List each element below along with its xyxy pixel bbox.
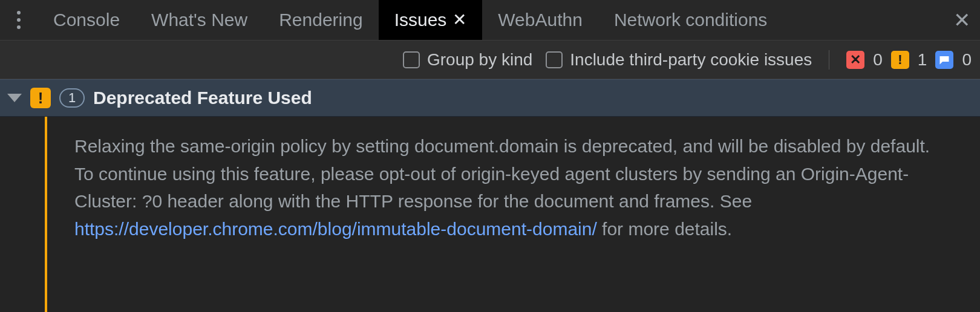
more-tabs-menu[interactable] xyxy=(0,0,38,40)
error-badge-icon[interactable]: ✕ xyxy=(846,51,864,69)
issue-text-part: for more details. xyxy=(597,219,732,239)
tab-label: Console xyxy=(53,10,120,30)
tab-rendering[interactable]: Rendering xyxy=(263,0,378,40)
tab-issues[interactable]: Issues ✕ xyxy=(379,0,483,40)
close-drawer-button[interactable]: ✕ xyxy=(944,0,980,40)
tab-webauthn[interactable]: WebAuthn xyxy=(482,0,598,40)
close-icon: ✕ xyxy=(953,8,970,32)
error-count: 0 xyxy=(873,50,883,70)
checkbox-label: Group by kind xyxy=(427,50,532,70)
info-badge-icon[interactable] xyxy=(935,51,953,69)
issue-text-part: Relaxing the same-origin policy by setti… xyxy=(74,136,930,211)
issue-description: Relaxing the same-origin policy by setti… xyxy=(48,117,980,312)
issue-gutter xyxy=(0,117,48,312)
severity-indicator xyxy=(45,117,47,312)
group-by-kind-checkbox[interactable]: Group by kind xyxy=(403,50,532,70)
drawer-tab-bar: Console What's New Rendering Issues ✕ We… xyxy=(0,0,980,41)
chat-icon xyxy=(939,55,950,65)
tab-label: What's New xyxy=(151,10,247,30)
issue-counts: ✕ 0 ! 1 0 xyxy=(846,50,972,70)
close-icon[interactable]: ✕ xyxy=(452,11,466,28)
checkbox-icon xyxy=(403,51,420,68)
warning-badge-icon[interactable]: ! xyxy=(891,51,909,69)
tab-label: Issues xyxy=(394,10,447,30)
issue-body: Relaxing the same-origin policy by setti… xyxy=(0,117,980,312)
tab-network-conditions[interactable]: Network conditions xyxy=(598,0,783,40)
kebab-icon xyxy=(17,11,21,29)
include-third-party-checkbox[interactable]: Include third-party cookie issues xyxy=(546,50,812,70)
issue-title: Deprecated Feature Used xyxy=(93,88,312,108)
chevron-down-icon xyxy=(7,94,22,102)
toolbar-divider xyxy=(829,50,829,70)
tab-label: Rendering xyxy=(279,10,362,30)
warning-icon: ! xyxy=(30,88,51,108)
issue-learn-more-link[interactable]: https://developer.chrome.com/blog/immuta… xyxy=(74,219,597,239)
tab-console[interactable]: Console xyxy=(38,0,136,40)
tab-label: Network conditions xyxy=(614,10,767,30)
warning-count: 1 xyxy=(918,50,927,70)
tab-label: WebAuthn xyxy=(498,10,583,30)
tabs-container: Console What's New Rendering Issues ✕ We… xyxy=(38,0,783,40)
issues-toolbar: Group by kind Include third-party cookie… xyxy=(0,41,980,79)
checkbox-icon xyxy=(546,51,563,68)
issue-row-header[interactable]: ! 1 Deprecated Feature Used xyxy=(0,79,980,117)
checkbox-label: Include third-party cookie issues xyxy=(570,50,812,70)
info-count: 0 xyxy=(962,50,972,70)
tab-whats-new[interactable]: What's New xyxy=(136,0,263,40)
issue-count-pill: 1 xyxy=(59,88,85,108)
